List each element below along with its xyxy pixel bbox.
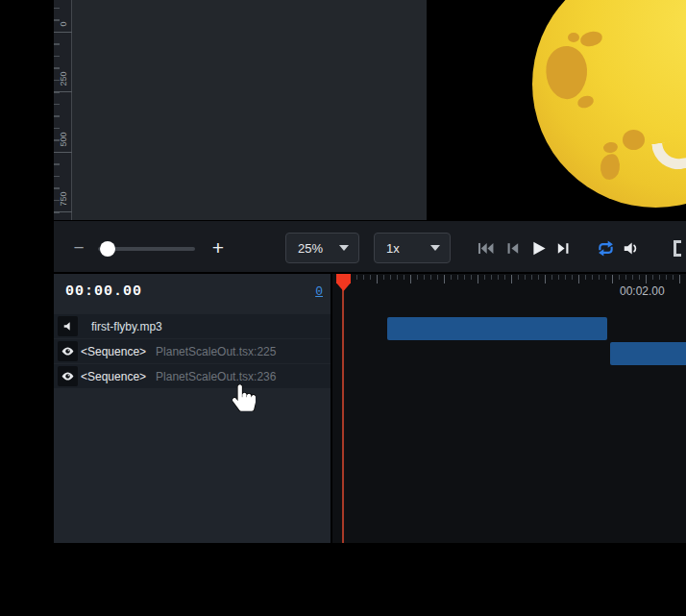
vertical-ruler: 0 250 500 750 xyxy=(54,0,72,220)
crater xyxy=(602,141,619,154)
crater xyxy=(623,130,645,150)
spaceship-trail-graphic xyxy=(651,138,686,173)
crater xyxy=(576,94,596,111)
playback-toolbar: − + 25% 1x xyxy=(54,220,686,274)
track-row-sequence[interactable]: <Sequence> PlanetScaleOut.tsx:225 xyxy=(54,339,331,363)
track-source: PlanetScaleOut.tsx:236 xyxy=(156,370,276,383)
chevron-down-icon xyxy=(430,245,440,251)
minus-icon: − xyxy=(73,237,84,259)
eye-icon xyxy=(61,369,75,383)
timeline-time-label: 00:02.00 xyxy=(620,284,665,298)
previous-frame-icon xyxy=(504,240,521,257)
play-icon xyxy=(529,239,548,258)
visibility-toggle[interactable] xyxy=(58,366,78,386)
loop-icon xyxy=(596,238,616,259)
current-frame-link[interactable]: 0 xyxy=(315,284,323,299)
track-source: PlanetScaleOut.tsx:225 xyxy=(156,345,276,358)
eye-icon xyxy=(61,344,75,358)
zoom-out-button[interactable]: − xyxy=(67,234,90,261)
crater xyxy=(599,153,622,182)
fullscreen-icon[interactable] xyxy=(674,240,681,257)
timeline-major-ticks xyxy=(377,275,685,283)
timeline-clip[interactable] xyxy=(387,317,607,340)
track-name: <Sequence> xyxy=(81,370,146,383)
playback-rate-value: 1x xyxy=(386,241,400,256)
track-row-sequence[interactable]: <Sequence> PlanetScaleOut.tsx:236 xyxy=(54,364,331,388)
volume-button[interactable] xyxy=(619,236,642,259)
skip-to-start-icon xyxy=(477,239,495,258)
current-timecode: 00:00.00 xyxy=(65,283,142,300)
track-row-audio[interactable]: first-flyby.mp3 xyxy=(54,314,331,338)
zoom-slider-knob[interactable] xyxy=(100,241,115,257)
playhead-handle[interactable] xyxy=(336,274,351,291)
plus-icon: + xyxy=(212,236,224,259)
play-button[interactable] xyxy=(527,236,550,259)
crater xyxy=(579,30,604,48)
loop-toggle-button[interactable] xyxy=(594,236,617,259)
planet-graphic xyxy=(532,0,686,208)
playhead-line xyxy=(342,289,344,543)
speaker-icon xyxy=(61,320,74,333)
volume-icon xyxy=(622,239,640,258)
next-frame-icon xyxy=(555,240,572,257)
timeline-clips-area[interactable]: 00:02.00 xyxy=(332,274,686,543)
ruler-label: 0 xyxy=(58,5,69,43)
ruler-label: 750 xyxy=(58,180,69,218)
timeline-track-list: 00:00.00 0 first-flyby.mp3 xyxy=(54,274,331,543)
crater xyxy=(568,33,579,42)
remotion-studio-app: 0 250 500 750 − + 25% 1x xyxy=(54,0,686,543)
jump-to-start-button[interactable] xyxy=(474,236,497,259)
ruler-label: 250 xyxy=(58,60,69,98)
visibility-toggle[interactable] xyxy=(58,341,78,361)
zoom-level-value: 25% xyxy=(298,241,323,256)
timeline-panel: 00:00.00 0 first-flyby.mp3 xyxy=(54,274,686,543)
preview-canvas[interactable]: 0 250 500 750 xyxy=(54,0,686,220)
timeline-header: 00:00.00 0 xyxy=(54,274,331,313)
chevron-down-icon xyxy=(339,245,349,251)
timeline-clip[interactable] xyxy=(610,342,686,365)
crater xyxy=(543,44,590,101)
composition-viewport xyxy=(427,0,686,220)
track-name: first-flyby.mp3 xyxy=(91,320,162,333)
mute-toggle[interactable] xyxy=(58,316,78,336)
zoom-in-button[interactable]: + xyxy=(206,234,231,262)
previous-frame-button[interactable] xyxy=(501,236,524,259)
playback-rate-dropdown[interactable]: 1x xyxy=(374,233,451,263)
track-name: <Sequence> xyxy=(81,345,146,358)
next-frame-button[interactable] xyxy=(551,236,575,259)
ruler-label: 500 xyxy=(58,120,69,159)
zoom-level-dropdown[interactable]: 25% xyxy=(285,233,359,263)
